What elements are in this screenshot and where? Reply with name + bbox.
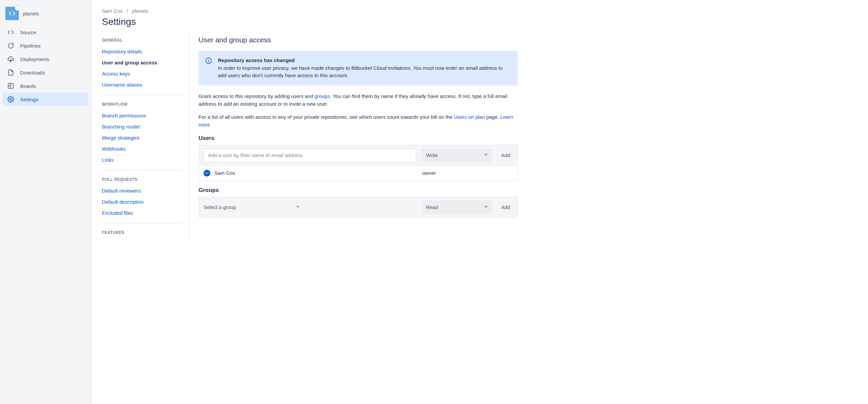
settings-link-default-description[interactable]: Default description [102, 196, 182, 207]
gear-icon [7, 96, 15, 103]
sidebar-item-label: Source [20, 30, 36, 35]
settings-link-username-aliases[interactable]: Username aliases [102, 79, 182, 90]
chevron-down-icon [296, 204, 300, 210]
code-icon [9, 10, 16, 17]
settings-section-pull-requests: PULL REQUESTS [102, 170, 182, 185]
page-title: Settings [102, 17, 855, 27]
deployments-icon [7, 56, 15, 62]
svg-point-4 [10, 99, 12, 100]
settings-link-repository-details[interactable]: Repository details [102, 46, 182, 57]
groups-link[interactable]: groups [315, 93, 330, 99]
breadcrumb: Sam Cox / planets [102, 8, 855, 14]
group-permission-value: Read [426, 204, 438, 210]
user-role: owner [422, 170, 493, 176]
add-user-button[interactable]: Add [498, 152, 513, 158]
lock-icon [15, 5, 20, 11]
info-box-title: Repository access has changed [218, 57, 511, 64]
settings-link-merge-strategies[interactable]: Merge strategies [102, 132, 182, 143]
panel-title: User and group access [198, 36, 518, 44]
settings-section-general: GENERAL [102, 31, 182, 46]
sidebar-item-source[interactable]: Source [3, 26, 88, 39]
breadcrumb-owner[interactable]: Sam Cox [102, 8, 123, 14]
source-icon [7, 29, 15, 35]
sidebar-item-settings[interactable]: Settings [3, 93, 88, 106]
sidebar-item-pipelines[interactable]: Pipelines [3, 39, 88, 52]
settings-link-default-reviewers[interactable]: Default reviewers [102, 185, 182, 196]
sidebar-item-label: Settings [20, 97, 38, 102]
chevron-down-icon [484, 152, 488, 158]
avatar: SC [204, 170, 210, 176]
repo-avatar [5, 7, 19, 20]
settings-section-workflow: WORKFLOW [102, 95, 182, 110]
user-name: Sam Cox [214, 170, 422, 176]
boards-icon [7, 83, 15, 89]
add-group-row: Select a group Read Add [198, 197, 518, 218]
users-heading: Users [198, 135, 518, 142]
user-permission-value: Write [426, 152, 438, 158]
access-description-2: For a list of all users with access to a… [198, 113, 518, 129]
group-permission-select[interactable]: Read [422, 201, 492, 214]
main-content: Sam Cox / planets Settings GENERAL Repos… [91, 0, 868, 404]
info-icon [205, 57, 212, 80]
sidebar-item-label: Downloads [20, 70, 45, 76]
settings-link-branch-permissions[interactable]: Branch permissions [102, 110, 182, 121]
repo-header: planets [3, 5, 88, 26]
add-group-button[interactable]: Add [498, 204, 513, 210]
detail-panel: User and group access Repository access … [189, 31, 518, 238]
svg-point-7 [208, 59, 209, 60]
sidebar-item-boards[interactable]: Boards [3, 79, 88, 93]
pipelines-icon [7, 42, 15, 49]
info-box: Repository access has changed In order t… [198, 51, 518, 86]
settings-link-links[interactable]: Links [102, 154, 182, 166]
user-row: SC Sam Cox owner [198, 166, 518, 181]
group-select-value: Select a group [204, 204, 236, 210]
user-permission-select[interactable]: Write [422, 149, 492, 162]
users-on-plan-link[interactable]: Users on plan [454, 114, 485, 120]
sidebar-item-deployments[interactable]: Deployments [3, 52, 88, 66]
chevron-down-icon [484, 204, 488, 210]
group-select[interactable]: Select a group [204, 201, 304, 214]
add-user-row: Write Add [198, 145, 518, 166]
settings-nav: GENERAL Repository details User and grou… [102, 31, 189, 238]
svg-rect-0 [17, 8, 18, 9]
downloads-icon [7, 69, 15, 76]
settings-link-branching-model[interactable]: Branching model [102, 121, 182, 132]
settings-link-user-group-access[interactable]: User and group access [102, 57, 182, 68]
sidebar-item-label: Boards [20, 83, 36, 89]
left-sidebar: planets Source Pipelines Deployments Dow… [0, 0, 91, 404]
groups-heading: Groups [198, 187, 518, 194]
info-box-body: In order to improve user privacy, we hav… [218, 65, 503, 79]
settings-link-webhooks[interactable]: Webhooks [102, 143, 182, 154]
breadcrumb-separator: / [127, 8, 128, 14]
sidebar-item-label: Pipelines [20, 43, 40, 49]
settings-link-access-keys[interactable]: Access keys [102, 68, 182, 79]
breadcrumb-repo[interactable]: planets [132, 8, 148, 14]
settings-section-features: FEATURES [102, 224, 182, 238]
settings-link-excluded-files[interactable]: Excluded files [102, 207, 182, 219]
sidebar-item-downloads[interactable]: Downloads [3, 66, 88, 79]
access-description-1: Grant access to this repository by addin… [198, 92, 518, 108]
sidebar-item-label: Deployments [20, 56, 50, 62]
repo-name: planets [23, 11, 39, 17]
info-box-content: Repository access has changed In order t… [218, 57, 511, 80]
add-user-input[interactable] [204, 149, 416, 162]
